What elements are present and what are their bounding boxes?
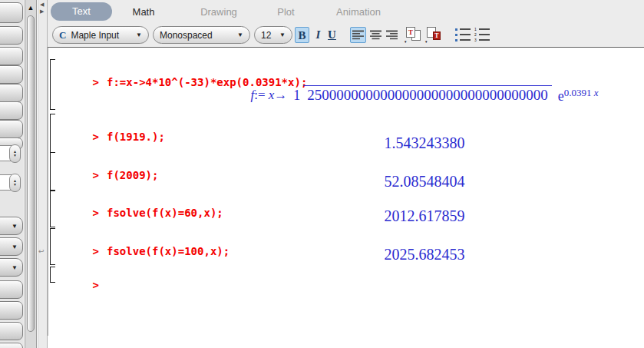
underline-button[interactable]: U	[325, 27, 339, 43]
convert-to-math-button[interactable]: T ▾	[425, 27, 444, 43]
palette-button[interactable]	[0, 26, 23, 45]
numbered-list-button[interactable]: 1 2 3	[474, 28, 490, 41]
input-prompt: >	[93, 169, 99, 181]
mini-dropdown-icon: ▾	[405, 39, 407, 44]
scrollbar-thumb[interactable]	[27, 15, 35, 332]
convert-to-text-button[interactable]: T ▾	[405, 27, 423, 43]
bullet-list-button[interactable]	[455, 28, 471, 41]
palette-button[interactable]	[0, 343, 23, 348]
tab-plot[interactable]: Plot	[265, 6, 307, 18]
palette-button[interactable]	[0, 2, 23, 23]
palette-dropdown[interactable]: ▼	[0, 258, 23, 277]
palette-button[interactable]	[0, 301, 23, 320]
maple-input-line[interactable]: >	[54, 267, 107, 303]
fraction: 1 250000000000000000000000000000000	[293, 88, 552, 103]
palette-button[interactable]	[0, 101, 23, 120]
font-combo-value: Monospaced	[160, 30, 213, 41]
maple-output-number: 2012.617859	[194, 207, 644, 225]
style-c-icon: C	[59, 29, 66, 41]
tab-text[interactable]: Text	[51, 2, 112, 21]
dropdown-arrow-icon: ▼	[12, 244, 18, 250]
tab-drawing[interactable]: Drawing	[192, 6, 246, 18]
maple-input-code[interactable]: f(2009);	[107, 169, 158, 181]
dropdown-arrow-icon: ▼	[273, 31, 286, 38]
align-right-button[interactable]	[384, 27, 400, 43]
fraction-numerator: 1	[293, 88, 300, 103]
style-combo-value: Maple Input	[71, 30, 119, 41]
font-size-combo[interactable]: 12 ▼	[254, 26, 292, 44]
dropdown-arrow-icon: ▼	[231, 31, 243, 38]
scrollbar-up-icon[interactable]: ▲	[25, 2, 36, 14]
align-left-icon	[352, 30, 364, 40]
vertical-scrollbar[interactable]: ▲	[25, 0, 37, 348]
panel-collapse-left-icon[interactable]: ◀	[40, 2, 44, 8]
palette-spinner[interactable]: ▲ ▼	[9, 144, 21, 163]
panel-collapse-right-icon[interactable]: ▶	[40, 8, 44, 15]
palette-dropdown[interactable]: ▼	[0, 217, 23, 235]
align-center-button[interactable]	[368, 27, 384, 43]
input-prompt: >	[93, 131, 99, 143]
style-combo[interactable]: C Maple Input ▼	[52, 26, 149, 44]
fraction-denominator: 250000000000000000000000000000000	[303, 85, 552, 103]
t-letter: T	[434, 32, 438, 39]
palette-button[interactable]	[0, 280, 23, 299]
worksheet-left-border	[48, 48, 48, 336]
mini-dropdown-icon: ▾	[425, 39, 428, 44]
palette-button[interactable]	[0, 120, 23, 138]
input-prompt: >	[93, 279, 99, 291]
left-palette-panel: ▲ ▼ ▲ ▼ ▼ ▼ ▼	[0, 0, 24, 348]
align-right-icon	[386, 30, 398, 40]
maple-input-code[interactable]: f(1919.);	[107, 131, 165, 143]
align-left-button[interactable]	[350, 27, 366, 43]
maple-output-number: 1.543243380	[194, 134, 644, 152]
spinner-down-icon[interactable]: ▼	[13, 183, 17, 187]
expression-lhs: f:= x→	[250, 88, 287, 103]
dropdown-arrow-icon: ▼	[12, 223, 18, 230]
spinner-down-icon[interactable]: ▼	[13, 154, 17, 157]
dropdown-arrow-icon: ▼	[12, 264, 18, 271]
dropdown-arrow-icon: ▼	[130, 31, 142, 38]
scroll-curl-icon: ↩	[38, 247, 45, 255]
panel-splitter[interactable]: ◀ ▶ ↩	[38, 0, 48, 348]
tab-animation[interactable]: Animation	[324, 6, 393, 18]
input-prompt: >	[93, 245, 99, 257]
palette-button[interactable]	[0, 322, 23, 340]
worksheet-area: Text Math Drawing Plot Animation C Maple…	[48, 0, 644, 348]
context-toolbar: Text Math Drawing Plot Animation C Maple…	[48, 0, 644, 48]
exponential-term: e0.0391 x	[558, 87, 599, 104]
bold-button[interactable]: B	[295, 27, 309, 43]
bullet-dot-icon	[455, 34, 457, 36]
maple-input-line[interactable]: >f(2009);	[54, 157, 158, 194]
maple-input-line[interactable]: >f(1919.);	[54, 118, 165, 155]
align-center-icon	[370, 30, 381, 40]
palette-button[interactable]	[0, 47, 23, 65]
bullet-dot-icon	[455, 39, 457, 41]
maple-output-number: 2025.682453	[194, 246, 644, 263]
input-prompt: >	[93, 76, 99, 88]
bullet-dot-icon	[455, 28, 457, 31]
palette-button[interactable]	[0, 84, 23, 102]
maple-window: ▲ ▼ ▲ ▼ ▼ ▼ ▼ ▲ ◀ ▶ ↩	[0, 0, 644, 348]
font-size-value: 12	[261, 30, 271, 41]
maple-output-number: 52.08548404	[194, 173, 644, 191]
maple-output-expression: f:= x→ 1 2500000000000000000000000000000…	[194, 77, 644, 114]
t-letter: T	[407, 28, 414, 38]
font-combo[interactable]: Monospaced ▼	[153, 26, 250, 44]
tab-math[interactable]: Math	[121, 6, 167, 18]
italic-button[interactable]: I	[311, 27, 325, 43]
input-prompt: >	[93, 207, 99, 219]
front-page-icon: T	[406, 27, 415, 38]
palette-dropdown[interactable]: ▼	[0, 237, 23, 256]
palette-spinner[interactable]: ▲ ▼	[9, 174, 21, 192]
red-page-icon: T	[433, 31, 441, 40]
palette-button[interactable]	[0, 65, 23, 84]
